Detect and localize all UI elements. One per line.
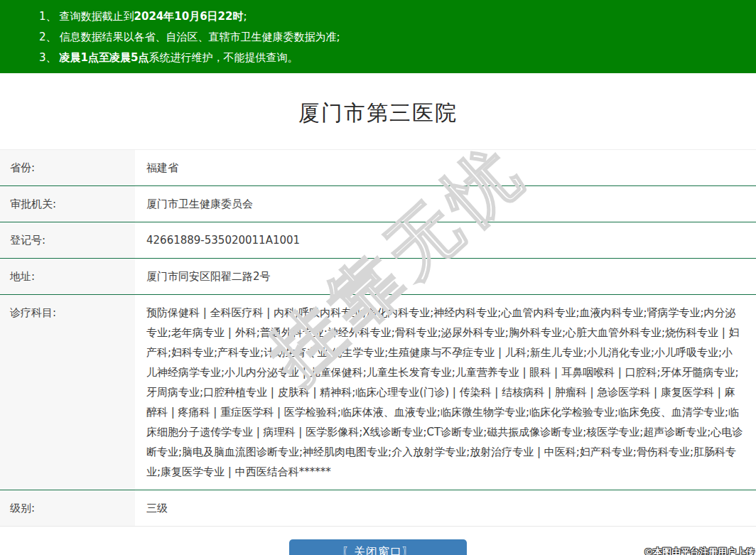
table-row-medical-subjects: 诊疗科目: 预防保健科 | 全科医疗科 | 内科;呼吸内科专业;消化内科专业;神…	[0, 295, 756, 490]
row-value: 厦门市同安区阳翟二路2号	[135, 259, 756, 294]
row-label: 省份:	[0, 150, 135, 185]
table-row-province: 省份: 福建省	[0, 150, 756, 186]
notice-number: 3、	[39, 51, 57, 64]
row-value: 预防保健科 | 全科医疗科 | 内科;呼吸内科专业;消化内科专业;神经内科专业;…	[135, 295, 756, 490]
notice-text: 信息数据结果以各省、自治区、直辖市卫生健康委数据为准;	[60, 31, 340, 43]
row-value: 厦门市卫生健康委员会	[135, 186, 756, 222]
row-label: 登记号:	[0, 222, 135, 258]
table-row-level: 级别: 三级	[0, 490, 756, 527]
notice-line-2: 2、信息数据结果以各省、自治区、直辖市卫生健康委数据为准;	[39, 27, 749, 48]
notice-banner: 1、查询数据截止到2024年10月6日22时; 2、信息数据结果以各省、自治区、…	[0, 0, 756, 73]
row-label: 地址:	[0, 259, 135, 294]
hospital-title: 厦门市第三医院	[0, 99, 756, 128]
row-value: 42661889-535020011A1001	[135, 222, 756, 258]
copyright-note: ©本图由平台注册用户上传	[644, 546, 755, 555]
notice-number: 2、	[39, 31, 57, 43]
notice-text: ;	[243, 10, 247, 23]
notice-bold-text: 凌晨1点至凌晨5点	[60, 51, 149, 64]
hospital-info-table: 省份: 福建省 审批机关: 厦门市卫生健康委员会 登记号: 42661889-5…	[0, 149, 756, 527]
table-row-address: 地址: 厦门市同安区阳翟二路2号	[0, 259, 756, 295]
row-value: 福建省	[135, 150, 756, 185]
notice-line-1: 1、查询数据截止到2024年10月6日22时;	[39, 6, 749, 27]
button-area: 〖关闭窗口〗	[0, 539, 756, 555]
notice-line-3: 3、凌晨1点至凌晨5点系统进行维护，不能提供查询。	[39, 48, 749, 68]
table-row-registration-number: 登记号: 42661889-535020011A1001	[0, 222, 756, 259]
notice-text: 查询数据截止到	[60, 10, 134, 23]
row-label: 审批机关:	[0, 186, 135, 222]
row-label: 诊疗科目:	[0, 295, 135, 490]
notice-bold-text: 2024年10月6日22时	[134, 10, 244, 23]
row-value: 三级	[135, 490, 756, 526]
notice-number: 1、	[39, 10, 57, 23]
close-window-button[interactable]: 〖关闭窗口〗	[289, 539, 467, 555]
table-row-approval-authority: 审批机关: 厦门市卫生健康委员会	[0, 186, 756, 222]
row-label: 级别:	[0, 490, 135, 526]
notice-text: 系统进行维护，不能提供查询。	[148, 51, 298, 64]
